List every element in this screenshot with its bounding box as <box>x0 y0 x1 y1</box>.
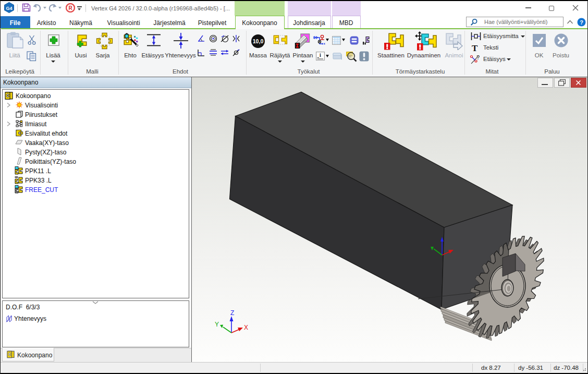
svg-text:Z: Z <box>230 309 234 317</box>
svg-text:?: ? <box>580 19 583 26</box>
svg-text:Y: Y <box>215 321 219 328</box>
svg-text:10,0: 10,0 <box>253 38 264 44</box>
svg-text:?: ? <box>476 55 480 61</box>
svg-text:R: R <box>68 5 72 11</box>
svg-text:X: X <box>244 324 248 331</box>
svg-text:i: i <box>320 52 321 58</box>
svg-text:G4: G4 <box>6 6 12 11</box>
